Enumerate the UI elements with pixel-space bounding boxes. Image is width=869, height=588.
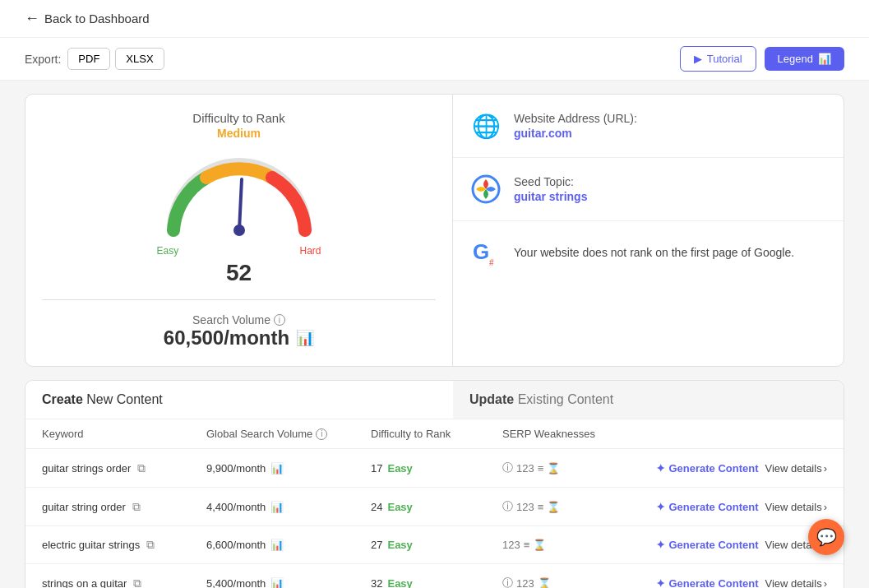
right-panel: 🌐 Website Address (URL): guitar.com Seed… <box>453 95 844 366</box>
bar-chart-icon[interactable]: 📊 <box>296 329 314 347</box>
serp-info-icon: ⓘ <box>502 499 513 514</box>
gsv-cell: 4,400/month 📊 <box>206 501 371 513</box>
svg-point-1 <box>233 225 245 236</box>
create-heading: Create <box>42 392 83 406</box>
legend-label: Legend <box>778 53 813 65</box>
update-tab[interactable]: Update Existing Content <box>453 381 844 419</box>
google-icon: G # <box>469 236 502 269</box>
keyword-text: strings on a guitar <box>42 577 127 589</box>
keyword-cell: electric guitar strings ⧉ <box>42 538 206 552</box>
serp-icon1: ≡ <box>524 539 530 551</box>
sparkle-icon: ✦ <box>656 577 665 589</box>
copy-icon[interactable]: ⧉ <box>137 461 146 475</box>
legend-button[interactable]: Legend 📊 <box>765 47 844 71</box>
seed-label: Seed Topic: <box>514 175 587 188</box>
copy-icon[interactable]: ⧉ <box>146 538 155 552</box>
copy-icon[interactable]: ⧉ <box>133 576 141 589</box>
pdf-button[interactable]: PDF <box>67 48 110 70</box>
play-icon: ▶ <box>694 53 702 65</box>
dtr-badge: Easy <box>387 462 412 475</box>
export-label: Export: <box>25 53 61 66</box>
gauge-score: 52 <box>42 260 436 286</box>
gsv-chart-icon[interactable]: 📊 <box>270 577 284 589</box>
url-value[interactable]: guitar.com <box>514 127 637 140</box>
view-details-link[interactable]: View details › <box>765 462 827 475</box>
update-heading: Update <box>469 392 514 406</box>
keyword-text: guitar strings order <box>42 462 131 475</box>
svg-line-0 <box>239 179 242 230</box>
generate-button[interactable]: ✦ Generate Content <box>656 462 758 475</box>
keyword-cell: strings on a guitar ⧉ <box>42 576 206 589</box>
gauge-difficulty: Medium <box>42 127 436 140</box>
generate-button[interactable]: ✦ Generate Content <box>656 501 758 513</box>
search-volume-number: 60,500/month <box>164 326 289 350</box>
view-details-link[interactable]: View details › <box>765 501 827 513</box>
seed-value[interactable]: guitar strings <box>514 190 587 203</box>
copy-icon[interactable]: ⧉ <box>132 500 141 514</box>
sparkle-icon: ✦ <box>656 539 665 551</box>
serp-icon2: ⌛ <box>538 577 551 589</box>
view-details-link[interactable]: View details › <box>765 577 827 589</box>
table-row: guitar string order ⧉ 4,400/month 📊 24 E… <box>25 488 844 526</box>
serp-cell: ⓘ 123 ≡ ⌛ <box>502 461 634 475</box>
col-keyword-header: Keyword <box>42 428 206 440</box>
generate-button[interactable]: ✦ Generate Content <box>656 577 758 589</box>
serp-cell: ⓘ 123 ⌛ <box>502 576 634 588</box>
serp-icon2: ⌛ <box>547 501 560 513</box>
dtr-badge: Easy <box>387 501 412 513</box>
keyword-cell: guitar string order ⧉ <box>42 500 206 514</box>
header-actions: ▶ Tutorial Legend 📊 <box>680 46 844 72</box>
back-label: Back to Dashboard <box>44 12 150 25</box>
keyword-cell: guitar strings order ⧉ <box>42 461 206 475</box>
seed-info: Seed Topic: guitar strings <box>514 175 587 203</box>
actions-cell: ✦ Generate Content View details › <box>634 539 827 551</box>
back-link[interactable]: ← Back to Dashboard <box>25 10 150 27</box>
dtr-badge: Easy <box>387 577 412 589</box>
sparkle-icon: ✦ <box>656 501 665 513</box>
search-volume-label: Search Volume i <box>42 313 436 326</box>
gsv-info-icon[interactable]: i <box>316 428 327 440</box>
top-section: Difficulty to Rank Medium <box>25 94 844 367</box>
chat-bubble[interactable]: 💬 <box>808 519 844 555</box>
gsv-cell: 5,400/month 📊 <box>206 577 371 589</box>
gauge-container <box>157 148 321 238</box>
serp-cell: ⓘ 123 ≡ ⌛ <box>502 499 634 514</box>
table-row: electric guitar strings ⧉ 6,600/month 📊 … <box>25 526 844 564</box>
xlsx-button[interactable]: XLSX <box>115 48 164 70</box>
tutorial-button[interactable]: ▶ Tutorial <box>680 46 756 72</box>
serp-cell: 123 ≡ ⌛ <box>502 539 634 551</box>
serp-icon2: ⌛ <box>533 539 546 551</box>
create-tab[interactable]: Create New Content <box>25 381 453 419</box>
gsv-chart-icon[interactable]: 📊 <box>270 462 284 475</box>
svg-text:G: G <box>473 239 489 264</box>
dtr-cell: 27 Easy <box>371 539 502 551</box>
easy-label: Easy <box>157 245 179 257</box>
gsv-chart-icon[interactable]: 📊 <box>270 539 284 551</box>
url-row: 🌐 Website Address (URL): guitar.com <box>453 95 844 158</box>
table-row: strings on a guitar ⧉ 5,400/month 📊 32 E… <box>25 564 844 588</box>
serp-icon1: ≡ <box>538 462 544 475</box>
back-arrow-icon: ← <box>25 10 39 27</box>
seed-icon <box>469 173 502 206</box>
dtr-cell: 17 Easy <box>371 462 502 475</box>
dtr-badge: Easy <box>387 539 412 551</box>
dtr-cell: 24 Easy <box>371 501 502 513</box>
gsv-cell: 6,600/month 📊 <box>206 539 371 551</box>
gauge-title: Difficulty to Rank <box>42 111 436 125</box>
col-gsv-header: Global Search Volume i <box>206 428 371 440</box>
seed-row: Seed Topic: guitar strings <box>453 158 844 221</box>
actions-cell: ✦ Generate Content View details › <box>634 577 827 589</box>
dtr-cell: 32 Easy <box>371 577 502 589</box>
top-bar: ← Back to Dashboard <box>0 0 869 38</box>
generate-button[interactable]: ✦ Generate Content <box>656 539 758 551</box>
left-panel: Difficulty to Rank Medium <box>25 95 453 366</box>
info-icon[interactable]: i <box>274 314 285 326</box>
col-dtr-header: Difficulty to Rank <box>371 428 502 440</box>
divider <box>42 299 436 300</box>
url-label: Website Address (URL): <box>514 112 637 125</box>
chevron-right-icon: › <box>824 501 827 513</box>
table-section: Create New Content Update Existing Conte… <box>25 380 844 588</box>
gauge-svg <box>157 148 321 238</box>
rank-row: G # Your website does not rank on the fi… <box>453 221 844 284</box>
gsv-chart-icon[interactable]: 📊 <box>270 501 284 513</box>
